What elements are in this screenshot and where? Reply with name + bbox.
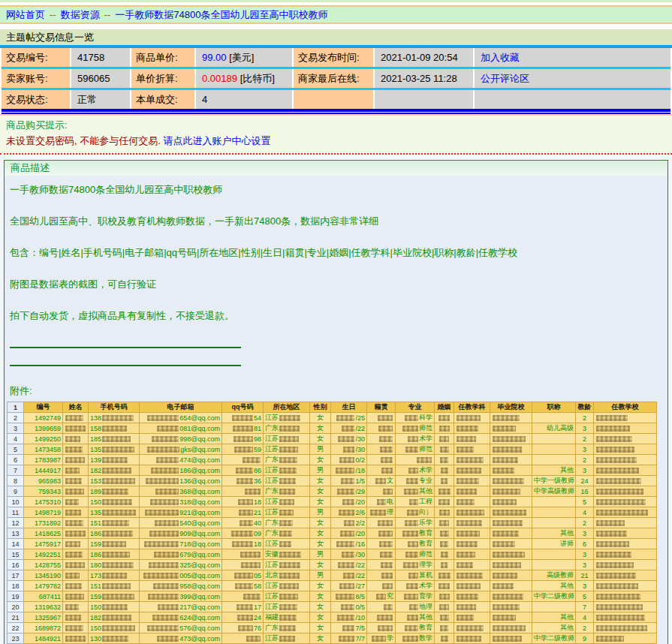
sheet-cell: 23 bbox=[8, 633, 24, 644]
sheet-cell: 2 bbox=[8, 413, 24, 423]
sheet-cell: 乐学 bbox=[396, 518, 435, 528]
sheet-cell bbox=[435, 623, 454, 633]
sheet-cell: 8/5 bbox=[331, 591, 367, 602]
sheet-cell: 北京 bbox=[264, 570, 310, 581]
sheet-cell: 759343 bbox=[24, 486, 63, 497]
sheet-header-years: 教龄 bbox=[576, 402, 594, 413]
sheet-cell: 76 bbox=[222, 623, 264, 633]
sheet-cell bbox=[435, 507, 454, 518]
sheet-cell: 8 bbox=[8, 476, 24, 486]
sheet-cell: 广东 bbox=[264, 518, 310, 528]
sheet-cell bbox=[454, 570, 490, 581]
last-online-value: 2021-03-25 11:28 bbox=[375, 69, 473, 88]
sheet-row: 9759343189368@qq.com广东女/29其他中学高级教师16 bbox=[8, 486, 657, 497]
sheet-cell: /20 bbox=[331, 528, 367, 539]
sheet-cell: 654@qq.com bbox=[140, 413, 222, 423]
breadcrumb-category-link[interactable]: 数据资源 bbox=[61, 8, 100, 22]
sheet-cell: 186 bbox=[89, 528, 140, 539]
breadcrumb-home-link[interactable]: 网站首页 bbox=[6, 8, 45, 22]
sheet-cell: 江苏 bbox=[264, 444, 310, 455]
sheet-cell bbox=[454, 486, 490, 497]
sheet-cell: 女 bbox=[310, 633, 331, 644]
green-divider-line bbox=[10, 365, 241, 366]
sheet-cell: 1731892 bbox=[24, 518, 63, 528]
sheet-cell bbox=[367, 581, 396, 591]
sheet-header-name: 姓名 bbox=[63, 402, 89, 413]
sheet-cell: 1783987 bbox=[24, 455, 63, 465]
sheet-cell: 7/7 bbox=[331, 633, 367, 644]
sheet-cell bbox=[367, 623, 396, 633]
sheet-row: 121731892151540@qq.com40广东女2/2乐学2 bbox=[8, 518, 657, 528]
sheet-cell bbox=[490, 413, 532, 423]
sheet-cell: 186 bbox=[89, 549, 140, 560]
sheet-header-sex: 性别 bbox=[310, 402, 331, 413]
sheet-cell bbox=[435, 518, 454, 528]
sheet-cell bbox=[63, 528, 89, 539]
sheet-cell: 师范 bbox=[396, 444, 435, 455]
sheet-row: 211325967182624@qq.com24福建女/10其他其他4 bbox=[8, 612, 657, 623]
sheet-row: 221689872150576@qq.com76广东女7/5教育其他2 bbox=[8, 623, 657, 633]
sheet-cell bbox=[435, 486, 454, 497]
sheet-cell: 09 bbox=[222, 528, 264, 539]
sheet-cell bbox=[367, 602, 396, 612]
sheet-cell bbox=[532, 602, 576, 612]
sheet-cell bbox=[63, 455, 89, 465]
sheet-cell bbox=[454, 423, 490, 434]
sheet-cell bbox=[490, 539, 532, 549]
sheet-cell bbox=[63, 423, 89, 434]
sheet-cell: 江苏 bbox=[264, 560, 310, 570]
sheet-cell bbox=[532, 455, 576, 465]
sheet-cell bbox=[63, 444, 89, 455]
add-favorite-link[interactable]: 加入收藏 bbox=[481, 52, 520, 63]
sheet-cell bbox=[594, 455, 657, 465]
sheet-cell: 180 bbox=[89, 560, 140, 570]
sheet-cell: 05 bbox=[222, 570, 264, 581]
sheet-cell: 广东 bbox=[264, 623, 310, 633]
sheet-cell bbox=[454, 602, 490, 612]
sheet-cell: 师范 bbox=[396, 549, 435, 560]
sheet-cell: 958@qq.com bbox=[140, 581, 222, 591]
spacer bbox=[0, 155, 672, 160]
sheet-cell bbox=[490, 507, 532, 518]
sheet-cell bbox=[454, 518, 490, 528]
sheet-cell: 中学高级教师 bbox=[532, 486, 576, 497]
description-line: 拍下自动发货，虚拟商品具有复制性，不接受退款。 bbox=[10, 309, 663, 323]
sheet-cell: 399@qq.com bbox=[140, 591, 222, 602]
sheet-cell bbox=[490, 560, 532, 570]
sheet-cell: 150 bbox=[89, 497, 140, 507]
sheet-cell: 男 bbox=[310, 465, 331, 476]
sheet-cell bbox=[454, 476, 490, 486]
sheet-cell bbox=[367, 434, 396, 444]
public-comments-link[interactable]: 公开评论区 bbox=[481, 73, 529, 84]
sheet-cell: 1/5 bbox=[331, 476, 367, 486]
sheet-cell: 11 bbox=[8, 507, 24, 518]
sheet-cell: 86 bbox=[222, 465, 264, 476]
sheet-cell: 3 bbox=[576, 581, 594, 591]
sheet-cell: 江苏 bbox=[264, 581, 310, 591]
description-line: 包含：编号|姓名|手机号码|电子邮箱|qq号码|所在地区|性别|生日|籍贯|专业… bbox=[10, 246, 663, 260]
sheet-cell bbox=[490, 434, 532, 444]
sheet-cell: 10 bbox=[8, 497, 24, 507]
sheet-header-major: 专业 bbox=[396, 402, 435, 413]
sheet-row: 21492749138654@qq.com54江苏女/25科学2 bbox=[8, 413, 657, 423]
sheet-cell: /22 bbox=[331, 423, 367, 434]
sheet-cell bbox=[367, 465, 396, 476]
sheet-cell: 473@qq.com bbox=[140, 633, 222, 644]
btc-number: 0.00189 bbox=[202, 73, 237, 84]
sheet-header-workplace: 任教学校 bbox=[594, 402, 657, 413]
sheet-header-title: 职称 bbox=[532, 402, 576, 413]
sheet-cell: 921@qq.com bbox=[140, 507, 222, 518]
account-center-link[interactable]: 请点此进入账户中心设置 bbox=[163, 135, 270, 146]
trade-row-1: 交易编号: 41758 商品单价: 99.00 [美元] 交易发布时间: 202… bbox=[2, 48, 670, 67]
sheet-cell bbox=[532, 507, 576, 518]
sheet-cell: 广东 bbox=[264, 486, 310, 497]
sheet-cell: /29 bbox=[331, 486, 367, 497]
sheet-cell: 159 bbox=[89, 591, 140, 602]
sheet-cell bbox=[490, 465, 532, 476]
description-line: 附图是数据表的截图，可自行验证 bbox=[10, 278, 663, 291]
sheet-cell bbox=[222, 560, 264, 570]
sheet-cell: 3 bbox=[576, 423, 594, 434]
breadcrumb-current: 一手教师数据74800条全国幼儿园至高中职校教师 bbox=[115, 8, 327, 22]
sheet-cell bbox=[63, 633, 89, 644]
sheet-cell: 21 bbox=[576, 570, 594, 581]
